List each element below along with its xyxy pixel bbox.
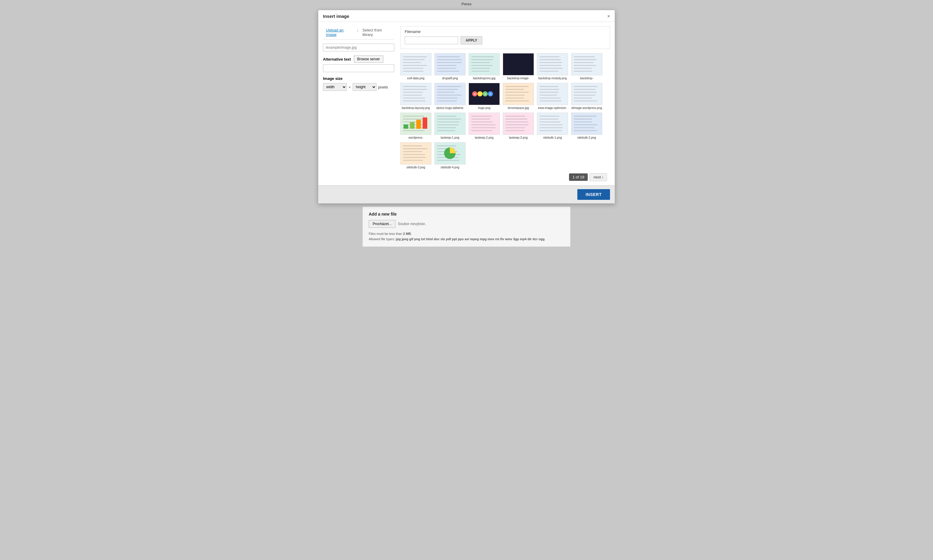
browse-server-button[interactable]: Browse server	[354, 55, 383, 63]
svg-rect-35	[574, 71, 592, 72]
svg-rect-38	[403, 89, 427, 90]
svg-rect-115	[540, 122, 560, 122]
image-item[interactable]: sitebulb-1.png	[537, 112, 568, 139]
size-x-separator: ×	[349, 85, 351, 89]
svg-rect-103	[471, 128, 496, 128]
image-item[interactable]: tastewp-1.png	[435, 112, 466, 139]
tab-upload[interactable]: Upload an image	[323, 26, 356, 39]
image-name: brnomasaze.jpg	[508, 106, 529, 109]
svg-rect-63	[506, 95, 525, 95]
height-select[interactable]: height	[353, 83, 376, 91]
svg-rect-31	[574, 59, 596, 60]
alt-text-label: Alternative text Browse server	[323, 55, 394, 63]
image-item[interactable]: exif-data.png	[400, 53, 432, 80]
svg-rect-117	[540, 128, 563, 128]
svg-rect-8	[437, 57, 460, 57]
svg-rect-108	[506, 122, 528, 122]
svg-rect-93	[437, 118, 461, 119]
image-name: wordpress-	[409, 136, 423, 139]
size-value: 2 MB	[403, 232, 411, 235]
svg-rect-19	[471, 68, 490, 69]
svg-rect-95	[437, 125, 458, 125]
image-item[interactable]: brnomasaze.jpg	[503, 83, 534, 109]
svg-rect-123	[574, 125, 597, 125]
svg-rect-23	[540, 57, 560, 57]
image-item[interactable]: drupal9.png	[435, 53, 466, 80]
filename-label: Filename	[405, 29, 606, 34]
svg-rect-68	[540, 89, 559, 90]
filename-input[interactable]	[405, 37, 458, 44]
svg-rect-139	[437, 160, 459, 161]
close-button[interactable]: ×	[608, 14, 610, 19]
image-item[interactable]: backdrop-layouty.png	[400, 83, 432, 109]
svg-rect-99	[471, 116, 492, 117]
image-item[interactable]: sitebulb-2.png	[571, 112, 602, 139]
pagination: 1 of 19 next ›	[400, 173, 610, 181]
pixels-label: pixels	[378, 85, 388, 89]
image-item[interactable]: sitebulb-4.png	[435, 142, 466, 169]
image-url-input[interactable]	[323, 44, 394, 51]
image-item[interactable]: tastewp-2.png	[469, 112, 500, 139]
svg-rect-78	[574, 98, 592, 98]
file-types-info: Allowed file types: jpg jpeg gif png txt…	[369, 237, 564, 242]
svg-rect-106	[506, 116, 525, 117]
dialog-body: Upload an image | Select from library Al…	[318, 22, 615, 185]
filename-section: Filename APPLY	[400, 26, 610, 49]
alt-text-input[interactable]	[323, 65, 394, 72]
image-name: drupal9.png	[442, 77, 458, 80]
svg-rect-120	[574, 116, 597, 117]
image-name: backdropcms.jpg	[473, 77, 496, 80]
svg-rect-21	[503, 54, 534, 75]
svg-rect-30	[574, 57, 595, 57]
svg-rect-42	[403, 100, 426, 101]
svg-text:G: G	[484, 92, 486, 95]
image-item[interactable]: njivice-hugo-tailwind-	[435, 83, 466, 109]
svg-rect-28	[540, 71, 558, 72]
svg-rect-20	[471, 71, 489, 72]
svg-rect-90	[423, 118, 427, 129]
svg-text:H: H	[474, 92, 476, 95]
tabs: Upload an image | Select from library	[323, 26, 394, 40]
svg-rect-11	[437, 65, 456, 66]
image-name: slimage-wordpress.png	[571, 106, 602, 109]
svg-rect-102	[471, 125, 495, 125]
image-name: sitebulb-1.png	[543, 136, 562, 139]
image-name: sitebulb-3.png	[407, 166, 425, 169]
svg-rect-75	[574, 89, 595, 90]
insert-image-dialog: Insert image × Upload an image | Select …	[318, 10, 615, 204]
image-item[interactable]: backdrop-moduly.png	[537, 53, 568, 80]
tab-library[interactable]: Select from library	[359, 26, 394, 39]
svg-rect-2	[403, 59, 425, 60]
svg-rect-67	[540, 86, 558, 87]
image-name: tastewp-3.png	[509, 136, 528, 139]
svg-text:O: O	[489, 92, 492, 95]
apply-button[interactable]: APPLY	[461, 36, 482, 45]
svg-rect-86	[403, 130, 425, 131]
svg-rect-65	[506, 100, 529, 101]
svg-rect-110	[506, 128, 525, 128]
dialog-footer: INSERT	[318, 185, 615, 203]
insert-button[interactable]: INSERT	[577, 189, 610, 200]
image-item[interactable]: HUGOhugo.png	[469, 83, 500, 109]
svg-rect-76	[574, 92, 597, 92]
image-item[interactable]: wordpress-	[400, 112, 432, 139]
image-item[interactable]: backdrop-	[571, 53, 602, 80]
svg-rect-82	[403, 118, 422, 119]
image-item[interactable]: backdropcms.jpg	[469, 53, 500, 80]
image-grid: exif-data.pngdrupal9.pngbackdropcms.jpgb…	[400, 53, 610, 169]
image-item[interactable]: slimage-wordpress.png	[571, 83, 602, 109]
next-page-button[interactable]: next ›	[589, 173, 607, 181]
svg-rect-10	[437, 62, 461, 63]
browse-file-button[interactable]: Procházet...	[369, 220, 395, 228]
svg-rect-34	[574, 68, 592, 69]
image-name: backdrop-	[580, 77, 593, 80]
width-select[interactable]: width	[323, 83, 347, 91]
svg-rect-3	[403, 62, 421, 63]
svg-rect-88	[410, 122, 415, 129]
svg-rect-4	[403, 65, 427, 66]
image-item[interactable]: tastewp-3.png	[503, 112, 534, 139]
svg-rect-9	[437, 59, 461, 60]
image-item[interactable]: backdrop-image-	[503, 53, 534, 80]
image-item[interactable]: sitebulb-3.png	[400, 142, 432, 169]
image-item[interactable]: eww-image-optimizer-	[537, 83, 568, 109]
